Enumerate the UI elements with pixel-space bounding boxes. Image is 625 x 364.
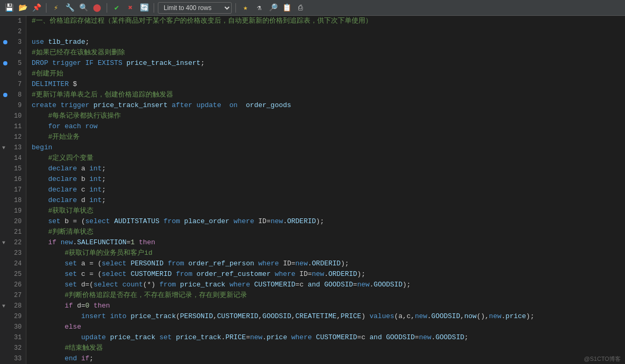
limit-select[interactable]: Limit to 400 rows bbox=[158, 2, 232, 14]
line-number: 9 bbox=[0, 100, 26, 111]
line-number: 19 bbox=[0, 206, 26, 216]
code-line: set d=(select count(*) from price_track … bbox=[32, 280, 625, 290]
line-number: 6 bbox=[0, 69, 26, 79]
code-line: #获取订单的业务员和客户id bbox=[32, 248, 625, 258]
code-line: #开始业务 bbox=[32, 132, 625, 142]
code-line: set c = (select CUSTOMERID from order_re… bbox=[32, 269, 625, 280]
execute-current-icon[interactable]: 🔧 bbox=[64, 2, 75, 14]
line-number: 12 bbox=[0, 132, 26, 142]
stop-icon[interactable]: ⬤ bbox=[91, 2, 103, 14]
line-number: ▼13 bbox=[0, 142, 26, 153]
save-icon[interactable]: 💾 bbox=[3, 2, 15, 14]
fold-button[interactable]: ▼ bbox=[0, 303, 7, 309]
line-number: 24 bbox=[0, 258, 26, 269]
code-line: declare c int; bbox=[32, 185, 625, 195]
line-number: 7 bbox=[0, 79, 26, 90]
code-line: update price_track set price_track.PRICE… bbox=[32, 332, 625, 343]
code-line: if new.SALEFUNCTION=1 then bbox=[32, 237, 625, 248]
line-number: 30 bbox=[0, 322, 26, 332]
editor: 123456789101112▼131415161718192021▼22232… bbox=[0, 16, 625, 364]
line-numbers: 123456789101112▼131415161718192021▼22232… bbox=[0, 16, 26, 364]
code-line: #结束触发器 bbox=[32, 343, 625, 353]
code-line: declare b int; bbox=[32, 174, 625, 185]
code-line: begin bbox=[32, 142, 625, 153]
separator-3 bbox=[154, 3, 154, 13]
code-area[interactable]: #一、价格追踪存储过程（某件商品对于某个客户的价格改变后，自动更新新的价格到追踪… bbox=[26, 16, 625, 364]
toolbar: 💾 📂 📌 ⚡ 🔧 🔍 ⬤ ✔ ✖ 🔄 Limit to 400 rows ★ … bbox=[0, 0, 625, 16]
pin-icon[interactable]: 📌 bbox=[31, 2, 42, 14]
cancel-icon[interactable]: ✖ bbox=[125, 2, 136, 14]
line-number: ▼22 bbox=[0, 237, 26, 248]
star-icon[interactable]: ★ bbox=[240, 2, 251, 14]
code-line: use tlb_trade; bbox=[32, 37, 625, 47]
code-line: #一、价格追踪存储过程（某件商品对于某个客户的价格改变后，自动更新新的价格到追踪… bbox=[32, 16, 625, 26]
code-line bbox=[32, 26, 625, 37]
code-line: DROP trigger IF EXISTS price_track_inser… bbox=[32, 58, 625, 69]
search-icon[interactable]: 🔍 bbox=[78, 2, 89, 14]
export-icon[interactable]: ⎙ bbox=[295, 2, 306, 14]
code-line: #获取订单状态 bbox=[32, 206, 625, 216]
code-line: else bbox=[32, 322, 625, 332]
line-number: 31 bbox=[0, 332, 26, 343]
line-number: 2 bbox=[0, 26, 26, 37]
open-icon[interactable]: 📂 bbox=[17, 2, 29, 14]
line-number: 18 bbox=[0, 195, 26, 206]
line-number: 3 bbox=[0, 37, 26, 47]
code-line: create trigger price_track_insert after … bbox=[32, 100, 625, 111]
line-number: 26 bbox=[0, 280, 26, 290]
separator-4 bbox=[235, 3, 236, 13]
code-line: for each row bbox=[32, 121, 625, 132]
zoom-icon[interactable]: 🔎 bbox=[267, 2, 279, 14]
line-number: 17 bbox=[0, 185, 26, 195]
line-number: 11 bbox=[0, 121, 26, 132]
page-icon[interactable]: 📋 bbox=[281, 2, 292, 14]
line-number: 10 bbox=[0, 111, 26, 121]
code-line: #创建开始 bbox=[32, 69, 625, 79]
line-number: 32 bbox=[0, 343, 26, 353]
line-number: 25 bbox=[0, 269, 26, 280]
code-line: declare a int; bbox=[32, 164, 625, 174]
filter-icon[interactable]: ⚗ bbox=[253, 2, 265, 14]
execute-icon[interactable]: ⚡ bbox=[50, 2, 62, 14]
line-number: 29 bbox=[0, 311, 26, 322]
code-line: insert into price_track(PERSONID,CUSTOME… bbox=[32, 311, 625, 322]
line-number: 20 bbox=[0, 216, 26, 227]
line-number: 23 bbox=[0, 248, 26, 258]
fold-button[interactable]: ▼ bbox=[0, 145, 7, 151]
separator-2 bbox=[107, 3, 107, 13]
line-number: ▼28 bbox=[0, 301, 26, 311]
separator-1 bbox=[46, 3, 46, 13]
fold-button[interactable]: ▼ bbox=[0, 240, 7, 246]
code-line: #更新订单清单表之后，创建价格追踪的触发器 bbox=[32, 90, 625, 100]
line-number: 21 bbox=[0, 227, 26, 237]
line-number: 8 bbox=[0, 90, 26, 100]
line-number: 4 bbox=[0, 47, 26, 58]
line-number: 5 bbox=[0, 58, 26, 69]
code-line: set a = (select PERSONID from order_ref_… bbox=[32, 258, 625, 269]
code-line: declare d int; bbox=[32, 195, 625, 206]
check-icon[interactable]: ✔ bbox=[111, 2, 122, 14]
line-number: 1 bbox=[0, 16, 26, 26]
footer-watermark: @S1CTO博客 bbox=[584, 355, 621, 363]
line-number: 27 bbox=[0, 290, 26, 301]
line-number: 16 bbox=[0, 174, 26, 185]
code-line: #每条记录都执行该操作 bbox=[32, 111, 625, 121]
code-line: #如果已经存在该触发器则删除 bbox=[32, 47, 625, 58]
line-number: 33 bbox=[0, 353, 26, 364]
refresh-icon[interactable]: 🔄 bbox=[138, 2, 150, 14]
line-number: 14 bbox=[0, 153, 26, 164]
code-line: if d=0 then bbox=[32, 301, 625, 311]
code-line: #判断价格追踪是否存在，不存在新增记录，存在则更新记录 bbox=[32, 290, 625, 301]
code-line: #判断清单状态 bbox=[32, 227, 625, 237]
code-line: #定义四个变量 bbox=[32, 153, 625, 164]
code-line: DELIMITER $ bbox=[32, 79, 625, 90]
code-line: set b = (select AUDITSTATUS from place_o… bbox=[32, 216, 625, 227]
line-number: 15 bbox=[0, 164, 26, 174]
code-line: end if; bbox=[32, 353, 625, 364]
